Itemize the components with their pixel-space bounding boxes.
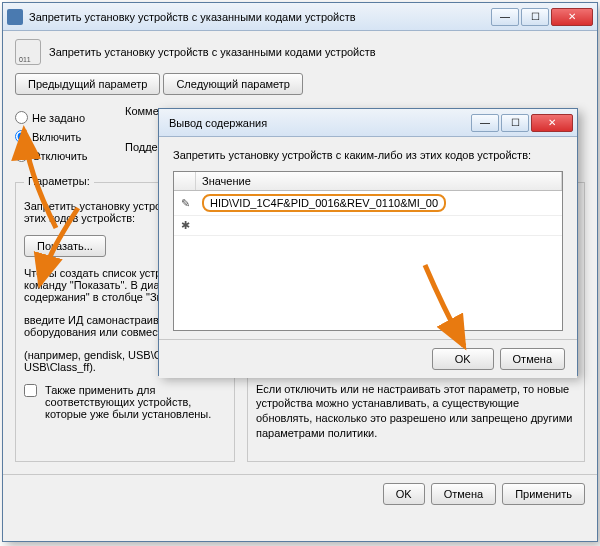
also-apply-checkbox-input[interactable]: [24, 384, 37, 397]
policy-icon: [7, 9, 23, 25]
header-value-col: Значение: [196, 172, 562, 190]
dialog-maximize-button[interactable]: [501, 114, 529, 132]
content-dialog: Вывод содержания Запретить установку уст…: [158, 108, 578, 376]
value-cell-new[interactable]: [196, 223, 562, 229]
radio-not-set-input[interactable]: [15, 111, 28, 124]
dialog-minimize-button[interactable]: [471, 114, 499, 132]
next-setting-button[interactable]: Следующий параметр: [163, 73, 303, 95]
main-apply-button[interactable]: Применить: [502, 483, 585, 505]
also-apply-checkbox[interactable]: Также применить для соответствующих устр…: [24, 384, 226, 420]
dialog-title: Вывод содержания: [163, 117, 469, 129]
close-button[interactable]: [551, 8, 593, 26]
value-row-1[interactable]: ✎ HID\VID_1C4F&PID_0016&REV_0110&MI_00: [174, 191, 562, 216]
dialog-body: Запретить установку устройств с каким-ли…: [159, 137, 577, 339]
section-header: Запретить установку устройств с указанны…: [15, 39, 585, 65]
minimize-button[interactable]: [491, 8, 519, 26]
show-button[interactable]: Показать...: [24, 235, 106, 257]
radio-disable[interactable]: Отключить: [15, 149, 105, 162]
dialog-ok-button[interactable]: OK: [432, 348, 494, 370]
section-title: Запретить установку устройств с указанны…: [49, 46, 376, 58]
radio-disable-input[interactable]: [15, 149, 28, 162]
radio-enable-label: Включить: [32, 131, 81, 143]
prev-setting-button[interactable]: Предыдущий параметр: [15, 73, 160, 95]
radio-enable-input[interactable]: [15, 130, 28, 143]
new-row-icon: ✱: [174, 216, 196, 235]
help-p2: Если отключить или не настраивать этот п…: [256, 382, 576, 441]
dialog-footer: OK Отмена: [159, 339, 577, 378]
edit-icon: ✎: [174, 194, 196, 213]
radio-disable-label: Отключить: [32, 150, 88, 162]
main-cancel-button[interactable]: Отмена: [431, 483, 496, 505]
radio-enable[interactable]: Включить: [15, 130, 105, 143]
maximize-button[interactable]: [521, 8, 549, 26]
radio-not-set[interactable]: Не задано: [15, 111, 105, 124]
value-row-new[interactable]: ✱: [174, 216, 562, 236]
dialog-cancel-button[interactable]: Отмена: [500, 348, 565, 370]
dialog-close-button[interactable]: [531, 114, 573, 132]
main-titlebar: Запретить установку устройств с указанны…: [3, 3, 597, 31]
value-list[interactable]: Значение ✎ HID\VID_1C4F&PID_0016&REV_011…: [173, 171, 563, 331]
value-list-header: Значение: [174, 172, 562, 191]
value-highlight: HID\VID_1C4F&PID_0016&REV_0110&MI_00: [202, 194, 446, 212]
state-radios: Не задано Включить Отключить: [15, 105, 105, 168]
main-footer: OK Отмена Применить: [3, 474, 597, 513]
radio-not-set-label: Не задано: [32, 112, 85, 124]
dialog-prompt: Запретить установку устройств с каким-ли…: [173, 149, 563, 161]
header-icon-col: [174, 172, 196, 190]
dialog-titlebar: Вывод содержания: [159, 109, 577, 137]
main-ok-button[interactable]: OK: [383, 483, 425, 505]
params-group-title: Параметры:: [24, 175, 94, 187]
section-icon: [15, 39, 41, 65]
main-title: Запретить установку устройств с указанны…: [29, 11, 489, 23]
value-cell-1[interactable]: HID\VID_1C4F&PID_0016&REV_0110&MI_00: [196, 191, 562, 215]
nav-buttons: Предыдущий параметр Следующий параметр: [15, 73, 585, 95]
also-apply-label: Также применить для соответствующих устр…: [45, 384, 226, 420]
